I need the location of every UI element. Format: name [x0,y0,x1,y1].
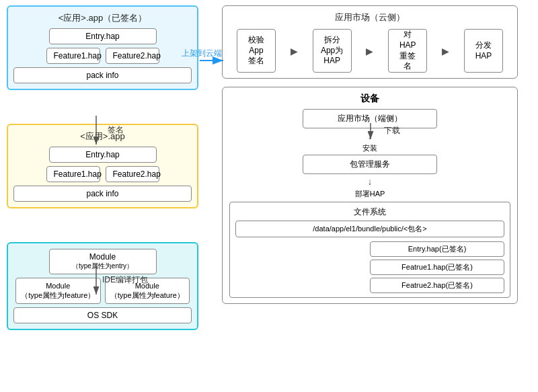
fs-files: Entry.hap(已签名) Featrue1.hap(已签名) Featrue… [235,241,504,293]
entry-hap: Entry.hap [49,147,157,163]
feature-hap-row-signed: Feature1.hap Feature2.hap [13,48,192,64]
step-arrow-3: ▶ [442,46,449,56]
app-box: <应用>.app Entry.hap Feature1.hap Feature2… [7,124,198,208]
device-title: 设备 [229,93,510,105]
pack-info-signed: pack info [13,67,192,83]
module-box: Module （type属性为entry） Module （type属性为fea… [7,242,198,330]
pkg-manager: 包管理服务 [303,155,437,174]
signed-app-title: <应用>.app（已签名） [13,12,192,24]
signed-app-box: <应用>.app（已签名） Entry.hap Feature1.hap Fea… [7,5,198,90]
left-panel: <应用>.app（已签名） Entry.hap Feature1.hap Fea… [7,5,215,330]
install-label: 安装 [229,143,510,153]
fs-path: /data/app/el1/bundle/public/<包名> [235,221,504,237]
feature1-hap-signed: Feature1.hap [46,48,100,64]
entry-hap-row2: Entry.hap [13,147,192,163]
cloud-title: 应用市场（云侧） [229,11,510,24]
fs-file-feature1: Featrue1.hap(已签名) [370,260,504,275]
market-side: 应用市场（端侧） [303,109,437,128]
feature-hap-row: Feature1.hap Feature2.hap [13,166,192,182]
entry-hap-row: Entry.hap [13,28,192,44]
fs-box: 文件系统 /data/app/el1/bundle/public/<包名> En… [229,202,510,298]
cloud-step-1: 校验App签名 [237,29,276,73]
feature2-hap: Feature2.hap [106,166,159,182]
app-title: <应用>.app [13,130,192,143]
main-module: Module （type属性为entry） [49,249,157,274]
main-module-row: Module （type属性为entry） [13,249,192,274]
cloud-step-2: 拆分App为HAP [313,29,352,73]
feature2-hap-signed: Feature2.hap [106,48,159,64]
install-arrow: ↓ [229,130,510,141]
deploy-label: 部署HAP [229,189,510,199]
entry-hap-signed: Entry.hap [49,28,157,44]
diagram: <应用>.app（已签名） Entry.hap Feature1.hap Fea… [0,0,538,392]
sub-module-row: Module （type属性为feature） Module （type属性为f… [13,278,192,304]
pack-info: pack info [13,186,192,202]
fs-file-feature2: Featrue2.hap(已签名) [370,278,504,293]
device-section: 设备 应用市场（端侧） ↓ 安装 包管理服务 ↓ 部署HAP 文件系统 /dat… [222,87,518,304]
module-left: Module （type属性为feature） [15,278,101,304]
cloud-section: 应用市场（云侧） 校验App签名 ▶ 拆分App为HAP ▶ 对HAP重签名 ▶… [222,5,518,79]
right-panel: 应用市场（云侧） 校验App签名 ▶ 拆分App为HAP ▶ 对HAP重签名 ▶… [222,5,528,304]
step-arrow-2: ▶ [366,46,373,56]
cloud-step-3: 对HAP重签名 [388,29,427,73]
os-sdk: OS SDK [13,307,192,323]
fs-title: 文件系统 [235,206,504,218]
cloud-steps: 校验App签名 ▶ 拆分App为HAP ▶ 对HAP重签名 ▶ 分发HAP [229,29,510,73]
cloud-step-4: 分发HAP [464,29,503,73]
fs-file-entry: Entry.hap(已签名) [370,241,504,257]
feature1-hap: Feature1.hap [46,166,100,182]
module-right: Module （type属性为feature） [105,278,190,304]
step-arrow-1: ▶ [291,46,298,56]
deploy-arrow: ↓ [229,176,510,187]
